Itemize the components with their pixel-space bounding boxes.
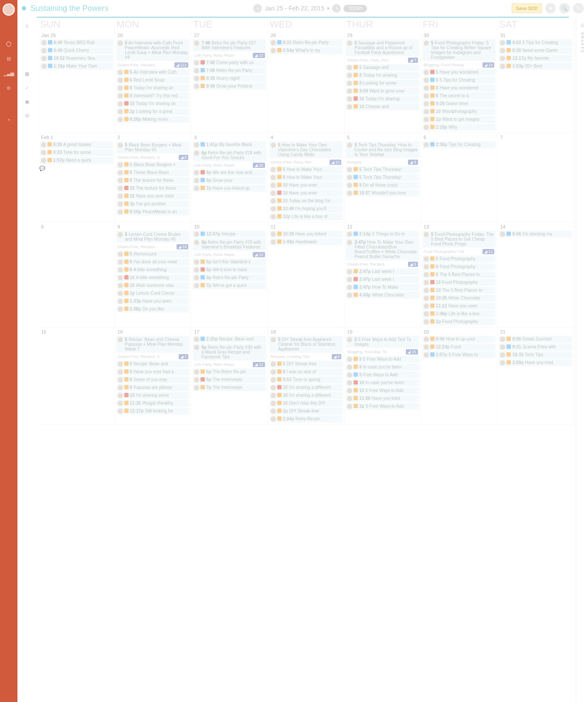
calendar-event[interactable]: 8Have you wondered (422, 85, 496, 92)
calendar-event[interactable]: 12:24pFood (422, 344, 496, 351)
drafts-grid-icon[interactable]: ⠿ (581, 23, 584, 29)
calendar-event[interactable]: 8I was so sick of (269, 368, 343, 375)
calendar-cell[interactable]: 15 (38, 327, 115, 425)
calendar-event[interactable]: 6pWe are live now and (193, 169, 266, 176)
calendar-cell[interactable]: 7 (497, 133, 574, 222)
calendar-event[interactable]: 2:57p5 Free Ways to (422, 351, 496, 358)
calendar-event[interactable]: 8A little something (116, 266, 190, 273)
calendar-event[interactable]: 10The texture for these (116, 185, 190, 192)
featured-post[interactable]: 2:47p How To Make Your Own Filled Chocol… (346, 239, 419, 260)
calendar-event[interactable]: 2:47pLast week I (346, 276, 419, 283)
date-range[interactable]: Jan 25 - Feb 22, 2015 (265, 5, 324, 12)
calendar-event[interactable]: 10:39Have you linked (269, 231, 343, 238)
user-avatar[interactable] (3, 3, 15, 16)
calendar-event[interactable]: 10:57Wouldn't you love (346, 190, 419, 197)
calendar-event[interactable]: 10Have you ever (269, 182, 343, 189)
calendar-event[interactable]: 6I've done all your meal (116, 259, 190, 266)
calendar-event[interactable]: 8Some of you may (116, 376, 190, 383)
calendar-event[interactable]: 8:025 Tips for Creating (499, 39, 572, 46)
calendar-event[interactable]: 5#lemoncurd (116, 251, 190, 258)
calendar-event[interactable]: 5How to Make Your (269, 166, 343, 173)
calendar-event[interactable]: 9:19pPeaceMeals is an (116, 208, 190, 215)
calendar-event[interactable]: 8:06Greek Zucchini (499, 336, 572, 343)
today-button[interactable]: TODAY (343, 5, 367, 12)
calendar-event[interactable]: 8:46I'm stocking my (499, 231, 572, 238)
dropdown-caret-icon[interactable]: ▾ (327, 6, 330, 11)
calendar-event[interactable]: 2pLooking for a great (116, 108, 190, 115)
calendar-event[interactable]: 8How to Make Your (269, 174, 343, 181)
calendar-event[interactable]: 10Today I'm sharing an (116, 100, 190, 107)
calendar-cell[interactable]: 295 Sausage and Pepperoni Pizzadillas an… (344, 31, 421, 133)
calendar-event[interactable]: 2:47pLast week I (346, 268, 419, 275)
calendar-event[interactable]: 10Cheese and (346, 103, 419, 110)
calendar-event[interactable]: 7:48Retro Re-pin Party (193, 67, 266, 74)
calendar-event[interactable]: 10A little something (116, 274, 190, 281)
calendar-event[interactable]: 5Have you wondered (422, 69, 496, 76)
calendar-event[interactable]: 8Do all those crazy (346, 182, 419, 189)
calendar-event[interactable]: 8The texture for these (116, 177, 190, 184)
calendar-event[interactable]: 10#foodphotography (422, 108, 496, 115)
calendar-event[interactable]: 8The secret to a (422, 92, 496, 99)
calendar-event[interactable]: 2pDIY Streak-free (269, 408, 343, 415)
calendar-cell[interactable]: 45 How to Make Your Own Valentine's Day … (268, 133, 345, 222)
calendar-event[interactable]: 6pGrow your (193, 177, 266, 184)
calendar-cell[interactable]: 165 Recipe: Bean and Cheese Pupusas + Me… (115, 327, 192, 425)
calendar-event[interactable]: 10I'm sharing some (116, 392, 190, 399)
calendar-cell[interactable]: 288:31Retro Re-pin Party2:54pWhat's in m… (268, 31, 345, 133)
calendar-event[interactable]: 1:53p20+ Best (499, 63, 572, 70)
calendar-event[interactable]: 11:26#furgal #healthy (116, 400, 190, 407)
content-nav-icon[interactable]: ▤ (5, 55, 12, 62)
calendar-event[interactable]: 2:47pHow To Make (346, 284, 419, 291)
calendar-cell[interactable]: 218:06Greek Zucchini9:31Jicama Fries wit… (497, 327, 574, 425)
calendar-event[interactable]: 2p5 Free Ways to Add (346, 403, 419, 410)
calendar-event[interactable]: 1pLemon Curd Creme (116, 290, 190, 297)
calendar-cell[interactable]: 25 Black Bean Burgers + Meal Plan Monday… (115, 133, 192, 222)
calendar-event[interactable]: 2:08pDo you like (116, 306, 190, 313)
calendar-cell[interactable]: 8 (38, 222, 115, 327)
calendar-event[interactable]: 5Black Bean Burgers + (116, 161, 190, 168)
calendar-event[interactable]: 8:26pMaking more (116, 116, 190, 123)
calendar-event[interactable]: 6pRetro Re-pin Party (193, 274, 266, 281)
calendar-event[interactable]: 10Wish someone else (116, 282, 190, 289)
save-promo-button[interactable]: Save $20! (512, 3, 542, 13)
calendar-event[interactable]: 10I'm sharing a different (269, 392, 343, 399)
calendar-event[interactable]: 5Tech Tips Thursday: (346, 174, 419, 181)
calendar-event[interactable]: 2:54pWhat's in my (269, 47, 343, 54)
calendar-event[interactable]: 6pWe'd love to have (193, 266, 266, 273)
tasks-icon[interactable]: ✓ (24, 84, 31, 91)
calendar-event[interactable]: 5DIY Streak-free (269, 361, 343, 368)
settings-nav-icon[interactable]: ⚙ (5, 85, 12, 92)
calendar-event[interactable]: 8Looking for some (346, 80, 419, 87)
featured-post[interactable]: 5 DIY Streak-free Appliance Cleaner for … (269, 336, 343, 353)
calendar-event[interactable]: 1:41pMy favorite Black (193, 141, 266, 148)
calendar-event[interactable]: 6These Black Bean (116, 169, 190, 176)
wordpress-icon[interactable]: ⓦ (24, 112, 31, 119)
calendar-cell[interactable]: 62:36pTips for Creating (421, 133, 498, 222)
calendar-event[interactable]: 7pHave you linked up (193, 185, 266, 192)
calendar-event[interactable]: 8:39A great #paleo (40, 141, 113, 148)
calendar-cell[interactable]: 122:14p5 Things to Do to2:47p How To Mak… (344, 222, 421, 327)
calendar-event[interactable]: 10Food Photography (422, 279, 496, 286)
calendar-event[interactable]: 8#stressed? Try this red (116, 92, 190, 99)
calendar-event[interactable]: 12:17pMy favorite (499, 55, 572, 62)
calendar-event[interactable]: 5An Interview with Cath (116, 69, 190, 76)
calendar-event[interactable]: 12pLife is like a box of (269, 213, 343, 220)
calendar-cell[interactable]: 195 5 Free Ways to Add Text To ImagesBlo… (344, 327, 421, 425)
calendar-event[interactable]: 10:48I'm hoping you'll (269, 205, 343, 212)
calendar-event[interactable]: 4:43pWhite Chocolate (346, 292, 419, 299)
star-button[interactable]: ★ (545, 3, 556, 14)
calendar-event[interactable]: 10:35White Chocolate (422, 295, 496, 302)
calendar-event[interactable]: 6Have you ever had a (116, 368, 190, 375)
calendar-cell[interactable]: 209:06How to up your12:24pFood2:57p5 Fre… (421, 327, 498, 425)
featured-post[interactable]: 5 Food Photography Friday: The 5 Best Pl… (422, 231, 496, 248)
grid-view-icon[interactable]: ⠿ (24, 23, 31, 30)
featured-post[interactable]: 5 Tech Tips Thursday: How to Center and … (346, 141, 419, 158)
calendar-event[interactable]: 10Don't miss this DIY (269, 400, 343, 407)
next-range-button[interactable]: › (332, 4, 341, 13)
calendar-event[interactable]: 2:04pRetro Re-pin (269, 416, 343, 423)
calendar-cell[interactable]: 148:46I'm stocking my (497, 222, 574, 327)
calendar-event[interactable]: 9:31Jicama Fries with (499, 344, 572, 351)
featured-post[interactable]: 5 Recipe: Bean and Cheese Pupusas + Meal… (116, 336, 190, 353)
add-nav-icon[interactable]: ＋ (5, 116, 12, 123)
calendar-event[interactable]: 7:48Come party with us (193, 59, 266, 66)
